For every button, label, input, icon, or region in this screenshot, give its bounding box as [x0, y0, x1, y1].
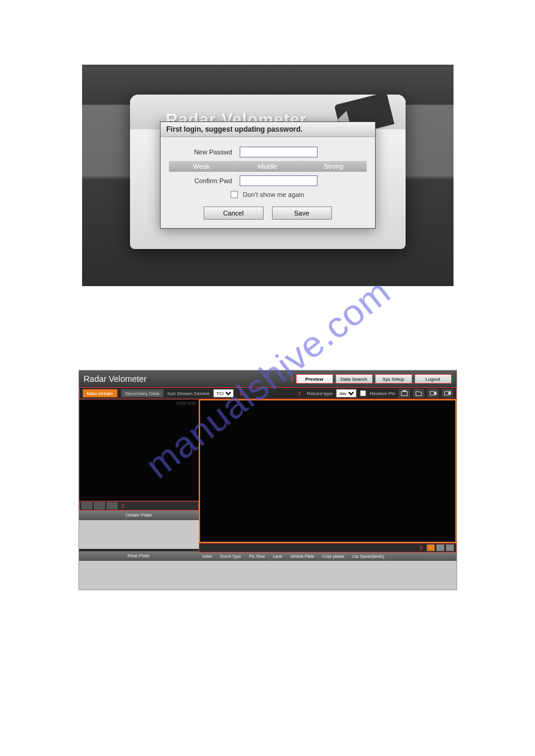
svg-text:+: + — [449, 390, 451, 393]
event-table-header: Index Event Type Pic Time Lane Vehicle P… — [199, 552, 457, 561]
ctrl-icon-2[interactable] — [94, 502, 105, 509]
cancel-button[interactable]: Cancel — [204, 207, 264, 220]
login-screenshot: Radar Velometer First login, suggest upd… — [82, 65, 454, 286]
video-thumbnail[interactable]: 1920*1200 — [79, 399, 199, 501]
right-column: 5 Index Event Type Pic Time Lane Vehicle… — [199, 399, 457, 590]
save-button[interactable]: Save — [272, 207, 332, 220]
strength-weak: Weak — [169, 161, 235, 172]
folder-icon[interactable] — [413, 389, 424, 397]
dont-show-label: Don't show me again — [243, 191, 304, 198]
receive-pic-checkbox[interactable] — [360, 390, 366, 396]
col-pic-time: Pic Time — [246, 552, 270, 561]
snapshot-icon[interactable] — [399, 389, 410, 397]
ctrl-icon-1[interactable] — [81, 502, 92, 509]
col-color-plates: Color plates — [318, 552, 348, 561]
app-title: Radar Velometer — [84, 374, 288, 384]
annotation-5: 5 — [417, 545, 425, 551]
confirm-password-label: Confirm Pwd — [169, 177, 240, 184]
col-event-type: Event Type — [217, 552, 246, 561]
real-plate-header: Real Plate — [79, 551, 199, 561]
tab-data-search[interactable]: Data Search — [335, 374, 373, 384]
col-car-speed: Car Speed(km/h) — [349, 552, 388, 561]
content-area: 1920*1200 2 Obtain Plate Real Plate 5 — [79, 399, 457, 590]
annotation-3: 3 — [288, 376, 295, 382]
record-icon[interactable] — [428, 389, 439, 397]
tab-sys-setup[interactable]: Sys Setup — [375, 374, 412, 384]
tab-logout[interactable]: Logout — [415, 374, 452, 384]
col-vehicle-plate: Vehicle Plate — [286, 552, 318, 561]
password-strength-bar: Weak Middle Strong — [169, 161, 367, 172]
strength-strong: Strong — [301, 161, 366, 172]
annotation-1: 1 — [237, 390, 245, 396]
layout-bar: 5 — [199, 543, 457, 552]
preview-screenshot: Radar Velometer 3 Preview Data Search Sy… — [78, 370, 457, 590]
confirm-password-input[interactable] — [240, 175, 318, 186]
layout-4-icon[interactable] — [436, 544, 445, 551]
left-column: 1920*1200 2 Obtain Plate Real Plate — [79, 399, 199, 590]
layout-1-icon[interactable] — [427, 544, 435, 551]
real-plate-panel — [79, 561, 199, 590]
main-video-view[interactable] — [199, 399, 457, 543]
main-stream-button[interactable]: Main stream — [83, 389, 117, 397]
record-type-label: Record type — [307, 391, 333, 396]
sub-stream-label: Sub Stream Service — [167, 391, 210, 396]
sub-stream-select[interactable]: TCP — [213, 389, 234, 397]
password-modal: First login, suggest updating password. … — [160, 122, 376, 229]
event-table-body — [199, 561, 457, 590]
new-password-label: New Passwd — [169, 148, 240, 156]
annotation-2: 2 — [119, 503, 127, 509]
obtain-plate-header: Obtain Plate — [79, 511, 199, 520]
new-password-row: New Passwd — [169, 147, 367, 157]
svg-rect-3 — [445, 391, 449, 395]
dont-show-row: Don't show me again — [169, 191, 367, 198]
annotation-4: 4 — [295, 390, 303, 396]
confirm-password-row: Confirm Pwd — [169, 175, 367, 186]
ctrl-icon-3[interactable] — [107, 502, 117, 509]
thumb-controls: 2 — [79, 501, 199, 511]
record-type-select[interactable]: dav — [336, 389, 356, 397]
tab-preview[interactable]: Preview — [296, 374, 333, 384]
svg-rect-2 — [430, 391, 434, 395]
thumb-resolution: 1920*1200 — [176, 401, 197, 405]
nav-tabs: Preview Data Search Sys Setup Logout — [296, 374, 452, 384]
strength-middle: Middle — [235, 161, 301, 172]
modal-title: First login, suggest updating password. — [161, 122, 375, 137]
svg-rect-1 — [403, 390, 406, 391]
record-plus-icon[interactable]: + — [442, 389, 453, 397]
layout-full-icon[interactable] — [446, 544, 454, 551]
obtain-plate-panel — [79, 520, 199, 549]
receive-pic-label: Receive Pic — [370, 391, 395, 396]
app-header: Radar Velometer 3 Preview Data Search Sy… — [79, 371, 457, 387]
col-index: Index — [199, 552, 217, 561]
svg-rect-0 — [401, 391, 407, 396]
col-lane: Lane — [269, 552, 286, 561]
stream-toolbar: Main stream Secondary Data Sub Stream Se… — [79, 387, 457, 399]
secondary-stream-button[interactable]: Secondary Data — [121, 389, 164, 397]
new-password-input[interactable] — [240, 147, 318, 157]
dont-show-checkbox[interactable] — [231, 191, 238, 198]
